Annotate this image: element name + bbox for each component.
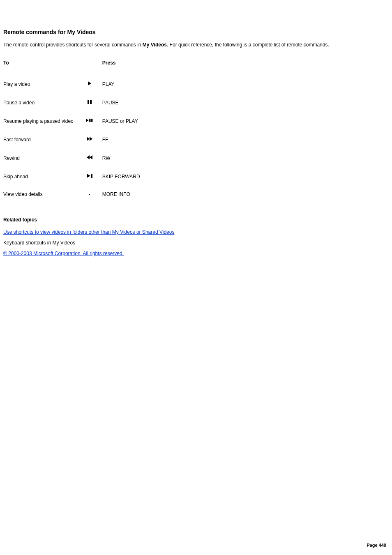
svg-marker-9	[87, 155, 90, 159]
cell-icon: -	[83, 186, 102, 203]
cell-icon	[83, 130, 102, 149]
table-row: View video details - MORE INFO	[3, 186, 150, 203]
intro-text-bold: My Videos	[143, 42, 167, 48]
cell-icon	[83, 149, 102, 167]
svg-rect-11	[91, 174, 92, 178]
page-title: Remote commands for My Videos	[3, 29, 389, 35]
table-row: Play a video PLAY	[3, 75, 150, 93]
intro-text-pre: The remote control provides shortcuts fo…	[3, 42, 143, 48]
cell-to: Skip ahead	[3, 167, 83, 186]
cell-to: View video details	[3, 186, 83, 203]
cell-press: RW	[102, 149, 150, 167]
play-pause-icon	[86, 117, 93, 123]
svg-marker-10	[87, 174, 90, 178]
table-header-press: Press	[102, 60, 150, 75]
cell-press: PAUSE or PLAY	[102, 112, 150, 130]
intro-paragraph: The remote control provides shortcuts fo…	[3, 41, 389, 48]
cell-to: Fast forward	[3, 130, 83, 149]
related-topics-heading: Related topics	[3, 217, 389, 223]
cell-to: Play a video	[3, 75, 83, 93]
link-keyboard-shortcuts[interactable]: Keyboard shortcuts in My Videos	[3, 240, 75, 246]
table-row: Pause a video PAUSE	[3, 93, 150, 112]
cell-to: Pause a video	[3, 93, 83, 112]
link-copyright[interactable]: © 2000-2003 Microsoft Corporation. All r…	[3, 251, 124, 256]
svg-marker-8	[90, 155, 92, 159]
dash-icon: -	[89, 191, 90, 197]
cell-press: PAUSE	[102, 93, 150, 112]
table-row: Skip ahead SKIP FORWARD	[3, 167, 150, 186]
cell-icon	[83, 112, 102, 130]
link-shortcuts[interactable]: Use shortcuts to view videos in folders …	[3, 229, 174, 235]
table-row: Rewind RW	[3, 149, 150, 167]
cell-press: MORE INFO	[102, 186, 150, 203]
commands-table: To Press Play a video PLAY Pause a video	[3, 60, 150, 203]
pause-icon	[86, 99, 93, 105]
svg-marker-7	[90, 137, 92, 141]
intro-text-post: . For quick reference, the following is …	[167, 42, 329, 48]
skip-forward-icon	[86, 173, 93, 179]
cell-icon	[83, 93, 102, 112]
rewind-icon	[86, 154, 93, 160]
table-header-icon	[83, 60, 102, 75]
play-icon	[86, 81, 93, 86]
table-row: Fast forward FF	[3, 130, 150, 149]
svg-rect-5	[91, 119, 92, 122]
table-row: Resume playing a paused video PAUSE or P…	[3, 112, 150, 130]
svg-marker-3	[86, 119, 89, 122]
cell-press: SKIP FORWARD	[102, 167, 150, 186]
fast-forward-icon	[86, 136, 93, 142]
svg-rect-1	[88, 100, 89, 104]
cell-press: FF	[102, 130, 150, 149]
cell-press: PLAY	[102, 75, 150, 93]
cell-to: Resume playing a paused video	[3, 112, 83, 130]
svg-rect-4	[89, 119, 90, 122]
svg-rect-2	[90, 100, 92, 104]
page-container: Remote commands for My Videos The remote…	[0, 0, 392, 555]
cell-icon	[83, 75, 102, 93]
svg-marker-0	[88, 81, 91, 85]
cell-icon	[83, 167, 102, 186]
svg-marker-6	[87, 137, 90, 141]
page-number: Page 449	[367, 543, 386, 548]
cell-to: Rewind	[3, 149, 83, 167]
table-header-to: To	[3, 60, 83, 75]
